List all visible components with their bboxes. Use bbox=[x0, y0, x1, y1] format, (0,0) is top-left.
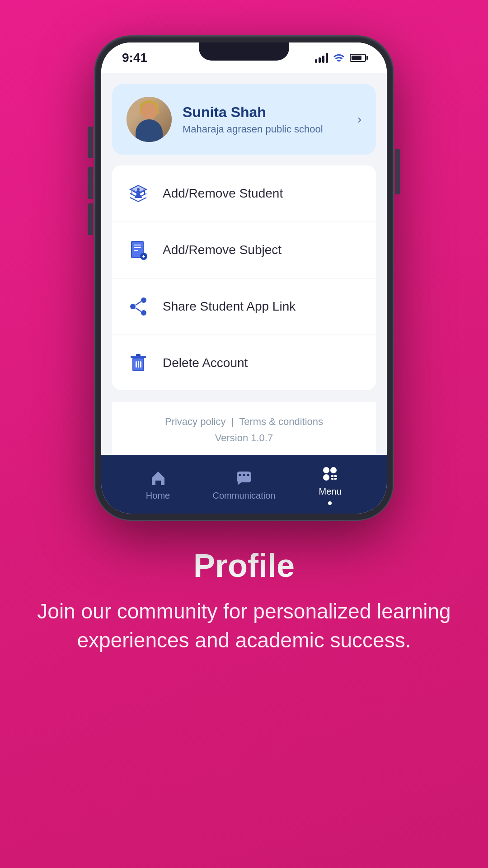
below-subtitle: Join our community for personalized lear… bbox=[36, 597, 452, 655]
nav-label-home: Home bbox=[146, 491, 170, 501]
nav-active-dot bbox=[328, 501, 332, 505]
menu-item-delete-account[interactable]: Delete Account bbox=[112, 335, 376, 390]
status-time: 9:41 bbox=[122, 51, 147, 65]
delete-icon bbox=[127, 351, 150, 375]
subject-icon bbox=[127, 238, 150, 262]
menu-item-add-remove-student[interactable]: Add/Remove Student bbox=[112, 165, 376, 222]
svg-rect-26 bbox=[237, 472, 251, 482]
svg-point-11 bbox=[141, 297, 146, 303]
home-icon bbox=[148, 468, 168, 488]
profile-info: Sunita Shah Maharaja agrasen public scho… bbox=[183, 104, 347, 135]
svg-rect-7 bbox=[134, 250, 138, 251]
svg-point-12 bbox=[130, 304, 136, 309]
svg-rect-29 bbox=[247, 474, 249, 476]
phone-shell: 9:41 bbox=[95, 36, 393, 520]
footer-links: Privacy policy | Terms & conditions Vers… bbox=[112, 401, 376, 455]
svg-rect-19 bbox=[136, 354, 141, 356]
svg-line-15 bbox=[136, 308, 141, 311]
svg-rect-5 bbox=[134, 245, 141, 245]
svg-point-31 bbox=[330, 467, 337, 473]
nav-item-communication[interactable]: Communication bbox=[213, 468, 276, 501]
menu-list: Add/Remove Student bbox=[112, 165, 376, 390]
footer-version: Version 1.0.7 bbox=[123, 432, 365, 444]
below-phone: Profile Join our community for personali… bbox=[0, 520, 488, 691]
bottom-nav: Home Communication bbox=[101, 455, 387, 514]
battery-icon bbox=[350, 54, 366, 62]
svg-point-13 bbox=[141, 310, 146, 316]
profile-card[interactable]: Sunita Shah Maharaja agrasen public scho… bbox=[112, 84, 376, 155]
notch bbox=[199, 42, 289, 61]
student-icon bbox=[127, 182, 150, 205]
nav-label-menu: Menu bbox=[319, 486, 341, 497]
privacy-policy-link[interactable]: Privacy policy bbox=[165, 416, 225, 428]
avatar-image bbox=[127, 97, 172, 142]
svg-point-30 bbox=[323, 467, 329, 473]
svg-line-14 bbox=[136, 302, 141, 305]
nav-item-menu[interactable]: Menu bbox=[307, 464, 352, 505]
svg-rect-20 bbox=[136, 361, 137, 368]
svg-rect-27 bbox=[239, 474, 241, 476]
menu-item-share-student-app-link[interactable]: Share Student App Link bbox=[112, 278, 376, 335]
footer-divider: | bbox=[231, 416, 234, 428]
menu-label-delete-account: Delete Account bbox=[163, 356, 248, 370]
menu-grid-icon bbox=[320, 464, 340, 484]
profile-school: Maharaja agrasen public school bbox=[183, 123, 347, 135]
share-icon bbox=[127, 295, 150, 318]
nav-label-communication: Communication bbox=[213, 491, 276, 501]
svg-rect-28 bbox=[243, 474, 245, 476]
menu-label-share-student-app-link: Share Student App Link bbox=[163, 299, 296, 314]
terms-conditions-link[interactable]: Terms & conditions bbox=[239, 416, 323, 428]
menu-item-add-remove-subject[interactable]: Add/Remove Subject bbox=[112, 222, 376, 278]
menu-label-add-remove-subject: Add/Remove Subject bbox=[163, 243, 282, 257]
signal-bars-icon bbox=[315, 53, 328, 63]
menu-label-add-remove-student: Add/Remove Student bbox=[163, 186, 283, 201]
screen-content: Sunita Shah Maharaja agrasen public scho… bbox=[101, 73, 387, 455]
svg-rect-21 bbox=[138, 361, 139, 368]
status-bar: 9:41 bbox=[101, 42, 387, 73]
svg-rect-22 bbox=[140, 361, 141, 368]
svg-point-32 bbox=[323, 474, 329, 481]
svg-rect-10 bbox=[143, 255, 144, 258]
svg-rect-6 bbox=[134, 247, 141, 248]
phone-screen: 9:41 bbox=[101, 42, 387, 514]
profile-name: Sunita Shah bbox=[183, 104, 347, 121]
avatar bbox=[127, 97, 172, 142]
below-title: Profile bbox=[36, 547, 452, 584]
wifi-icon bbox=[333, 52, 344, 64]
footer-link-row: Privacy policy | Terms & conditions bbox=[123, 416, 365, 428]
profile-chevron-icon[interactable]: › bbox=[357, 112, 361, 127]
status-icons bbox=[315, 52, 366, 64]
chat-icon bbox=[234, 468, 254, 488]
nav-item-home[interactable]: Home bbox=[136, 468, 181, 501]
